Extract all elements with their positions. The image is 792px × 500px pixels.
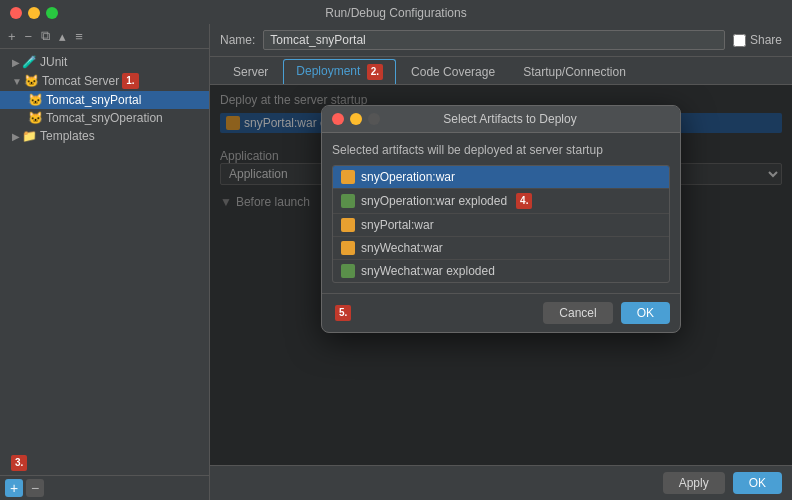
modal-overlay: Select Artifacts to Deploy Selected arti… [210, 85, 792, 465]
artifact-item-wechat-war-exp[interactable]: snyWechat:war exploded [333, 259, 669, 282]
select-artifacts-modal: Select Artifacts to Deploy Selected arti… [321, 105, 681, 333]
badge-5: 5. [335, 305, 351, 321]
artifact-item-op-war[interactable]: snyOperation:war [333, 166, 669, 188]
tab-deployment[interactable]: Deployment 2. [283, 59, 396, 84]
artifact-item-op-war-exp[interactable]: snyOperation:war exploded 4. [333, 188, 669, 213]
right-panel: Name: Share Server Deployment 2. Code Co… [210, 24, 792, 500]
modal-ok-button[interactable]: OK [621, 302, 670, 324]
tree-arrow-tomcat: ▼ [12, 76, 22, 87]
artifact-label-2: snyPortal:war [361, 218, 434, 232]
add-config-button[interactable]: + [5, 28, 19, 45]
sort-button[interactable]: ≡ [72, 28, 86, 45]
tree-item-portal[interactable]: 🐱 Tomcat_snyPortal [0, 91, 209, 109]
minimize-button[interactable] [28, 7, 40, 19]
modal-artifacts-list: snyOperation:war snyOperation:war explod… [332, 165, 670, 283]
tree-item-templates[interactable]: ▶ 📁 Templates [0, 127, 209, 145]
artifact-icon-0 [341, 170, 355, 184]
modal-space-button [368, 113, 380, 125]
tabs-row: Server Deployment 2. Code Coverage Start… [210, 57, 792, 85]
modal-titlebar: Select Artifacts to Deploy [322, 106, 680, 133]
artifact-icon-1 [341, 194, 355, 208]
title-bar: Run/Debug Configurations [0, 0, 792, 24]
left-bottom-toolbar: + − [0, 475, 209, 500]
tab-startup[interactable]: Startup/Connection [510, 60, 639, 83]
remove-config-button[interactable]: − [22, 28, 36, 45]
main-layout: + − ⧉ ▴ ≡ ▶ 🧪 JUnit ▼ 🐱 Tomcat Server 1. [0, 24, 792, 500]
add-bottom-button[interactable]: + [5, 479, 23, 497]
tab-server[interactable]: Server [220, 60, 281, 83]
junit-icon: 🧪 [22, 55, 37, 69]
artifact-label-4: snyWechat:war exploded [361, 264, 495, 278]
remove-bottom-button[interactable]: − [26, 479, 44, 497]
artifact-item-wechat-war[interactable]: snyWechat:war [333, 236, 669, 259]
name-input[interactable] [263, 30, 725, 50]
tomcat-icon: 🐱 [24, 74, 39, 88]
name-label: Name: [220, 33, 255, 47]
share-check[interactable] [733, 34, 746, 47]
modal-close-button[interactable] [332, 113, 344, 125]
tree-label-operation: Tomcat_snyOperation [46, 111, 163, 125]
tree-item-tomcat[interactable]: ▼ 🐱 Tomcat Server 1. [0, 71, 209, 91]
modal-footer: 5. Cancel OK [322, 293, 680, 332]
share-label: Share [750, 33, 782, 47]
artifact-icon-3 [341, 241, 355, 255]
artifact-item-portal-war[interactable]: snyPortal:war [333, 213, 669, 236]
modal-body: Selected artifacts will be deployed at s… [322, 133, 680, 293]
window-title: Run/Debug Configurations [325, 6, 466, 20]
maximize-button[interactable] [46, 7, 58, 19]
portal-icon: 🐱 [28, 93, 43, 107]
tree-item-operation[interactable]: 🐱 Tomcat_snyOperation [0, 109, 209, 127]
artifact-icon-2 [341, 218, 355, 232]
apply-button[interactable]: Apply [663, 472, 725, 494]
modal-min-button[interactable] [350, 113, 362, 125]
tab-code-coverage[interactable]: Code Coverage [398, 60, 508, 83]
window-controls [10, 7, 58, 19]
left-toolbar: + − ⧉ ▴ ≡ [0, 24, 209, 49]
modal-description: Selected artifacts will be deployed at s… [332, 143, 670, 157]
copy-config-button[interactable]: ⧉ [38, 27, 53, 45]
badge-4: 4. [516, 193, 532, 209]
artifact-label-1: snyOperation:war exploded [361, 194, 507, 208]
ok-button[interactable]: OK [733, 472, 782, 494]
artifact-icon-4 [341, 264, 355, 278]
templates-icon: 📁 [22, 129, 37, 143]
artifact-label-3: snyWechat:war [361, 241, 443, 255]
left-panel: + − ⧉ ▴ ≡ ▶ 🧪 JUnit ▼ 🐱 Tomcat Server 1. [0, 24, 210, 500]
modal-cancel-button[interactable]: Cancel [543, 302, 612, 324]
deployment-badge: 2. [367, 64, 383, 80]
tree-arrow-templates: ▶ [12, 131, 20, 142]
tree-item-junit[interactable]: ▶ 🧪 JUnit [0, 53, 209, 71]
move-up-button[interactable]: ▴ [56, 28, 69, 45]
tree-label-junit: JUnit [40, 55, 67, 69]
name-row: Name: Share [210, 24, 792, 57]
deployment-tab-content: Deploy at the server startup snyPortal:w… [210, 85, 792, 465]
tree-label-tomcat: Tomcat Server [42, 74, 119, 88]
badge-3: 3. [11, 455, 27, 471]
share-checkbox[interactable]: Share [733, 33, 782, 47]
tomcat-badge: 1. [122, 73, 138, 89]
tree-area: ▶ 🧪 JUnit ▼ 🐱 Tomcat Server 1. 🐱 Tomcat_… [0, 49, 209, 451]
tree-arrow-junit: ▶ [12, 57, 20, 68]
tree-label-templates: Templates [40, 129, 95, 143]
close-button[interactable] [10, 7, 22, 19]
bottom-bar: Apply OK [210, 465, 792, 500]
artifact-label-0: snyOperation:war [361, 170, 455, 184]
modal-title: Select Artifacts to Deploy [386, 112, 634, 126]
operation-icon: 🐱 [28, 111, 43, 125]
tree-label-portal: Tomcat_snyPortal [46, 93, 141, 107]
